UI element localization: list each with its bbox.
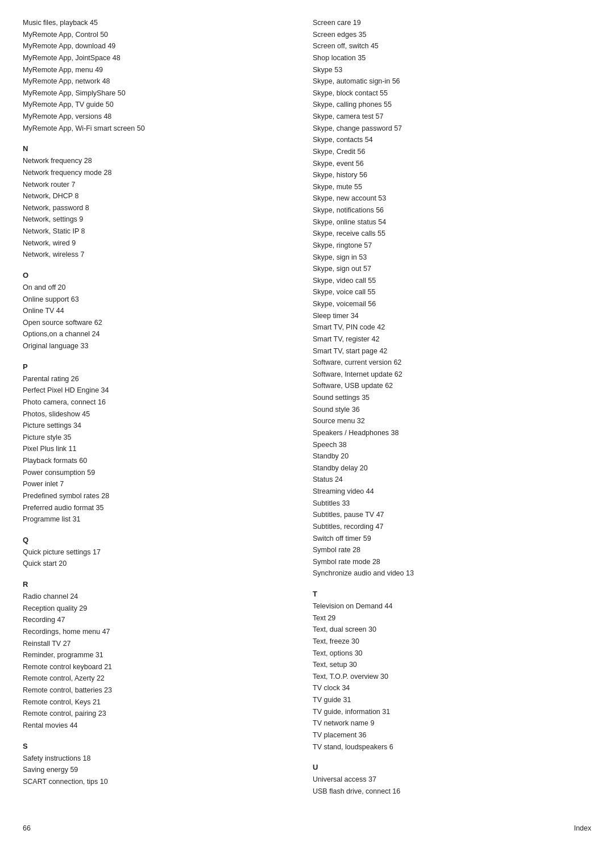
index-entry: Network, DHCP 8 (23, 190, 301, 202)
index-entry: TV clock 34 (313, 682, 591, 694)
index-entry: Network, settings 9 (23, 214, 301, 226)
index-entry: Text, T.O.P. overview 30 (313, 671, 591, 683)
index-entry: Skype, contacts 54 (313, 134, 591, 146)
index-entry: Skype, camera test 57 (313, 111, 591, 123)
index-entry: Skype, calling phones 55 (313, 99, 591, 111)
index-entry: Power consumption 59 (23, 467, 301, 479)
index-section: OOn and off 20Online support 63Online TV… (23, 271, 301, 352)
index-entry: Picture style 35 (23, 432, 301, 444)
index-entry: Reminder, programme 31 (23, 649, 301, 661)
index-entry: MyRemote App, TV guide 50 (23, 99, 301, 111)
index-section: NNetwork frequency 28Network frequency m… (23, 144, 301, 261)
index-entry: Photo camera, connect 16 (23, 397, 301, 408)
index-entry: USB flash drive, connect 16 (313, 786, 591, 798)
index-entry: Synchronize audio and video 13 (313, 567, 591, 579)
index-entry: Text, options 30 (313, 648, 591, 660)
index-entry: Saving energy 59 (23, 764, 301, 776)
index-entry: Network, wireless 7 (23, 249, 301, 261)
left-column: Music files, playback 45MyRemote App, Co… (23, 17, 313, 807)
section-header: R (23, 580, 301, 589)
index-entry: Playback formats 60 (23, 455, 301, 467)
index-entry: Pixel Plus link 11 (23, 443, 301, 455)
index-entry: Smart TV, register 42 (313, 333, 591, 345)
index-entry: Online support 63 (23, 294, 301, 306)
index-entry: Text, setup 30 (313, 659, 591, 671)
index-entry: Skype, online status 54 (313, 216, 591, 228)
index-entry: Music files, playback 45 (23, 17, 301, 29)
index-entry: Smart TV, start page 42 (313, 345, 591, 357)
index-entry: Skype, event 56 (313, 158, 591, 170)
index-entry: Preferred audio format 35 (23, 502, 301, 514)
index-entry: Speech 38 (313, 439, 591, 451)
index-entry: Original language 33 (23, 340, 301, 352)
index-entry: Network frequency mode 28 (23, 167, 301, 179)
index-section: PParental rating 26Perfect Pixel HD Engi… (23, 362, 301, 525)
index-entry: Skype, new account 53 (313, 193, 591, 205)
index-entry: Rental movies 44 (23, 720, 301, 732)
index-section: SSafety instructions 18Saving energy 59S… (23, 742, 301, 788)
index-entry: Sound settings 35 (313, 392, 591, 404)
index-entry: MyRemote App, SimplyShare 50 (23, 87, 301, 99)
index-entry: Subtitles, pause TV 47 (313, 509, 591, 521)
index-entry: Reception quality 29 (23, 603, 301, 615)
index-entry: Skype, mute 55 (313, 181, 591, 193)
index-entry: Television on Demand 44 (313, 600, 591, 612)
index-entry: Subtitles, recording 47 (313, 521, 591, 533)
page-container: Music files, playback 45MyRemote App, Co… (23, 17, 591, 807)
index-entry: Remote control, Azerty 22 (23, 673, 301, 685)
index-entry: Reinstall TV 27 (23, 638, 301, 650)
index-entry: TV network name 9 (313, 717, 591, 729)
index-entry: MyRemote App, menu 49 (23, 64, 301, 76)
index-entry: Text 29 (313, 612, 591, 624)
index-entry: Predefined symbol rates 28 (23, 490, 301, 502)
index-entry: Skype, block contact 55 (313, 87, 591, 99)
index-entry: SCART connection, tips 10 (23, 776, 301, 788)
index-entry: Network, password 8 (23, 202, 301, 214)
index-entry: Screen edges 35 (313, 29, 591, 41)
index-entry: Network frequency 28 (23, 155, 301, 167)
index-entry: Skype, change password 57 (313, 123, 591, 135)
index-entry: Screen off, switch 45 (313, 40, 591, 52)
index-entry: Subtitles 33 (313, 498, 591, 510)
index-entry: Software, Internet update 62 (313, 369, 591, 381)
index-entry: MyRemote App, download 49 (23, 40, 301, 52)
section-header: T (313, 590, 591, 598)
index-entry: Remote control, batteries 23 (23, 685, 301, 696)
index-section: TTelevision on Demand 44Text 29Text, dua… (313, 590, 591, 753)
index-entry: Standby 20 (313, 450, 591, 462)
index-entry: Source menu 32 (313, 415, 591, 427)
index-entry: TV guide, information 31 (313, 706, 591, 718)
section-header: S (23, 742, 301, 750)
index-entry: Recordings, home menu 47 (23, 626, 301, 638)
right-column: Screen care 19Screen edges 35Screen off,… (313, 17, 591, 807)
index-entry: On and off 20 (23, 282, 301, 294)
index-entry: Photos, slideshow 45 (23, 408, 301, 420)
section-header: Q (23, 536, 301, 544)
index-entry: Parental rating 26 (23, 373, 301, 385)
index-entry: Symbol rate 28 (313, 544, 591, 556)
index-entry: Software, USB update 62 (313, 380, 591, 392)
index-entry: MyRemote App, JointSpace 48 (23, 52, 301, 64)
section-header: N (23, 144, 301, 153)
index-entry: Safety instructions 18 (23, 753, 301, 765)
index-entry: Perfect Pixel HD Engine 34 (23, 385, 301, 397)
index-entry: Skype, video call 55 (313, 275, 591, 287)
section-label: Index (574, 824, 591, 832)
index-section: Music files, playback 45MyRemote App, Co… (23, 17, 301, 134)
index-entry: Standby delay 20 (313, 462, 591, 474)
index-entry: Skype 53 (313, 64, 591, 76)
index-entry: MyRemote App, versions 48 (23, 111, 301, 123)
index-section: RRadio channel 24Reception quality 29Rec… (23, 580, 301, 732)
index-entry: Streaming video 44 (313, 486, 591, 498)
index-section: QQuick picture settings 17Quick start 20 (23, 536, 301, 570)
index-entry: Network router 7 (23, 179, 301, 191)
index-entry: Open source software 62 (23, 317, 301, 329)
index-entry: Switch off timer 59 (313, 533, 591, 545)
index-entry: Screen care 19 (313, 17, 591, 29)
index-entry: Sleep timer 34 (313, 310, 591, 322)
page-footer: 66 Index (23, 824, 591, 832)
index-entry: Picture settings 34 (23, 420, 301, 432)
index-entry: MyRemote App, Control 50 (23, 29, 301, 41)
index-entry: Quick start 20 (23, 558, 301, 570)
index-entry: Remote control, pairing 23 (23, 708, 301, 720)
